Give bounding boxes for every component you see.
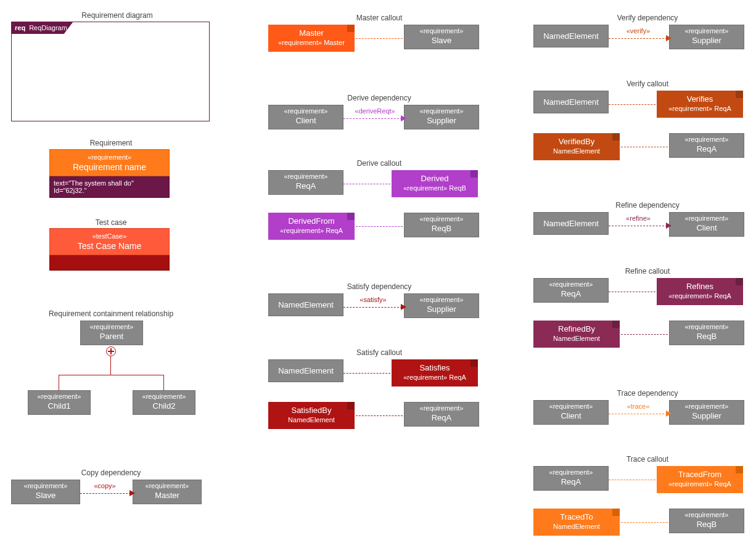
- refine-callout-r1-note-sub: «requirement» ReqA: [659, 292, 741, 300]
- derive-callout-r2-box-nm: ReqB: [405, 223, 479, 237]
- derive-supplier-nm: Supplier: [405, 115, 479, 129]
- trace-label: «trace»: [620, 403, 657, 410]
- derive-callout-r2-box-st: «requirement»: [405, 213, 479, 223]
- verify-dash: [609, 38, 667, 39]
- derive-arrow-icon: [401, 115, 406, 121]
- verify-callout-r2-box-nm: ReqA: [670, 143, 744, 157]
- req-diagram-tab: reqReqDiagram: [11, 22, 73, 34]
- refine-callout-r2-note: RefinedByNamedElement: [533, 321, 620, 348]
- req-diagram-tab-kind: req: [15, 24, 25, 31]
- title-satisfy-dep: Satisfy dependency: [339, 282, 419, 291]
- derive-callout-r1-box-st: «requirement»: [269, 171, 343, 180]
- trace-callout-r2-box-nm: ReqB: [670, 518, 744, 533]
- containment-parent-st: «requirement»: [81, 321, 142, 330]
- refine-callout-r2-dash: [621, 334, 668, 335]
- title-containment: Requirement containment relationship: [43, 309, 179, 318]
- trace-callout-r1-note-head: TracedFrom: [659, 470, 741, 479]
- title-derive-callout: Derive callout: [345, 159, 413, 168]
- derive-client-nm: Client: [269, 115, 343, 129]
- requirement-text: text="The system shall do": [54, 179, 165, 187]
- trace-client-st: «requirement»: [534, 401, 608, 410]
- trace-supplier-st: «requirement»: [670, 401, 744, 410]
- derive-callout-r1-note: Derived«requirement» ReqB: [392, 170, 478, 197]
- testcase-name: Test Case Name: [52, 241, 166, 251]
- verify-callout-r1-note-head: Verifies: [659, 94, 741, 104]
- copy-arrow-icon: [129, 490, 135, 496]
- satisfy-callout-r1-dash: [343, 373, 390, 374]
- testcase-shape: «testCase» Test Case Name: [49, 228, 170, 271]
- testcase-body: [49, 255, 170, 271]
- trace-callout-r2-note-sub: NamedElement: [536, 523, 617, 530]
- title-testcase: Test case: [86, 218, 136, 227]
- refine-callout-r2-note-sub: NamedElement: [536, 335, 617, 342]
- satisfy-callout-r2-box-nm: ReqA: [405, 412, 479, 426]
- satisfy-arrow-icon: [401, 304, 406, 310]
- trace-callout-r2-box-st: «requirement»: [670, 509, 744, 518]
- master-callout-box-nm: Slave: [405, 35, 479, 49]
- tree-v2: [59, 375, 59, 390]
- trace-client: «requirement» Client: [533, 400, 609, 425]
- verify-supplier: «requirement» Supplier: [669, 25, 744, 49]
- verify-supplier-st: «requirement»: [670, 25, 744, 35]
- copy-master: «requirement» Master: [133, 480, 202, 504]
- containment-child1: «requirement» Child1: [28, 390, 91, 415]
- derive-label: «deriveReqt»: [350, 107, 400, 115]
- title-refine-callout: Refine callout: [614, 267, 681, 276]
- copy-master-st: «requirement»: [133, 480, 201, 489]
- derive-dash: [343, 118, 402, 119]
- diagram-canvas: Requirement diagram reqReqDiagram Requir…: [0, 0, 756, 548]
- title-verify-dep: Verify dependency: [610, 14, 684, 22]
- verify-callout-r2-dash: [621, 147, 668, 147]
- derive-supplier: «requirement» Supplier: [404, 105, 479, 129]
- verify-callout-r1-note-sub: «requirement» ReqA: [659, 105, 741, 112]
- refine-callout-r2-note-head: RefinedBy: [536, 324, 617, 333]
- trace-arrow-icon: [666, 411, 672, 417]
- satisfy-callout-r1-box-nm: NamedElement: [269, 366, 343, 375]
- title-refine-dep: Refine dependency: [607, 201, 688, 210]
- req-diagram-frame: reqReqDiagram: [11, 22, 210, 121]
- satisfy-supplier-nm: Supplier: [405, 303, 479, 317]
- title-copy: Copy dependency: [74, 468, 148, 477]
- tree-v1: [110, 356, 111, 375]
- trace-callout-r1-note: TracedFrom«requirement» ReqA: [657, 466, 743, 493]
- verify-client-nm: NamedElement: [534, 31, 608, 41]
- derive-callout-r2-dash: [356, 226, 403, 227]
- derive-supplier-st: «requirement»: [405, 105, 479, 115]
- derive-callout-r1-note-head: Derived: [394, 174, 475, 183]
- satisfy-callout-r2-dash: [356, 415, 403, 416]
- containment-child1-st: «requirement»: [28, 391, 90, 400]
- master-callout-box: «requirement» Slave: [404, 25, 479, 49]
- satisfy-client-nm: NamedElement: [269, 300, 343, 309]
- derive-callout-r1-note-sub: «requirement» ReqB: [394, 184, 475, 192]
- trace-callout-r2-note: TracedToNamedElement: [533, 509, 620, 536]
- copy-dash: [80, 493, 131, 494]
- master-callout-note: Master«requirement» Master: [268, 25, 355, 52]
- verify-supplier-nm: Supplier: [670, 35, 744, 49]
- verify-callout-r2-note-head: VerifiedBy: [536, 137, 617, 146]
- master-callout-dash: [356, 38, 403, 39]
- refine-supplier-st: «requirement»: [670, 213, 744, 222]
- requirement-stereotype: «requirement»: [52, 153, 166, 161]
- derive-callout-r2-note: DerivedFrom«requirement» ReqA: [268, 213, 355, 240]
- trace-callout-r2-note-head: TracedTo: [536, 512, 617, 521]
- refine-callout-r1-box: «requirement» ReqA: [533, 278, 609, 303]
- refine-callout-r2-box: «requirement» ReqB: [669, 321, 744, 345]
- copy-slave-nm: Slave: [12, 489, 80, 504]
- master-callout-note-head: Master: [271, 28, 352, 38]
- copy-master-nm: Master: [133, 489, 201, 504]
- satisfy-callout-r1-note-sub: «requirement» ReqA: [394, 374, 475, 381]
- refine-callout-r1-box-nm: ReqA: [534, 288, 608, 302]
- trace-callout-r1-dash: [609, 480, 655, 480]
- satisfy-callout-r2-box: «requirement» ReqA: [404, 402, 479, 427]
- trace-supplier: «requirement» Supplier: [669, 400, 744, 425]
- containment-child2-nm: Child2: [133, 400, 195, 414]
- verify-callout-r2-note-sub: NamedElement: [536, 147, 617, 155]
- verify-callout-r1-box-nm: NamedElement: [534, 97, 608, 107]
- refine-dash: [609, 226, 667, 226]
- title-requirement: Requirement: [74, 139, 148, 147]
- title-req-diagram: Requirement diagram: [62, 11, 173, 20]
- containment-parent: «requirement» Parent: [80, 321, 143, 345]
- verify-callout-r2-box: «requirement» ReqA: [669, 133, 744, 158]
- derive-client: «requirement» Client: [268, 105, 343, 129]
- containment-parent-nm: Parent: [81, 330, 142, 345]
